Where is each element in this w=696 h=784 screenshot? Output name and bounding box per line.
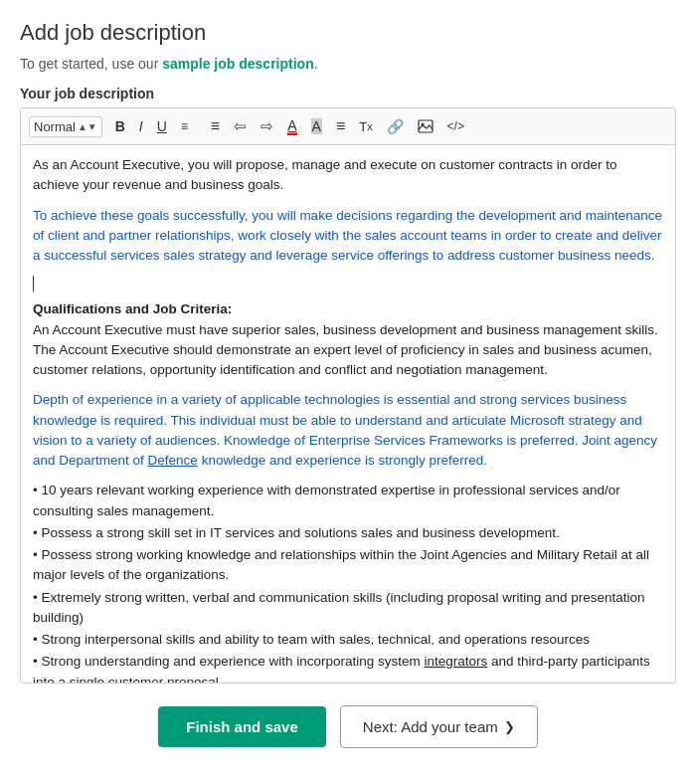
list-item: Possess a strong skill set in IT service… xyxy=(33,523,663,543)
page-title: Add job description xyxy=(20,20,676,46)
subtitle: To get started, use our sample job descr… xyxy=(20,56,676,72)
unordered-list-button[interactable]: ≡ xyxy=(206,114,225,138)
next-button-label: Next: Add your team xyxy=(363,718,498,735)
editor-container: Normal ▲▼ B I U ≡ ≡ ⇦ ⇨ A A ≡ Tx 🔗 </> A… xyxy=(20,107,676,684)
bold-button[interactable]: B xyxy=(110,115,130,137)
font-color-button[interactable]: A xyxy=(282,114,301,138)
link-button[interactable]: 🔗 xyxy=(382,115,409,137)
finish-save-button[interactable]: Finish and save xyxy=(158,706,326,747)
image-button[interactable] xyxy=(413,116,438,136)
toolbar: Normal ▲▼ B I U ≡ ≡ ⇦ ⇨ A A ≡ Tx 🔗 </> xyxy=(21,108,675,145)
paragraph-3: Qualifications and Job Criteria: An Acco… xyxy=(33,299,663,380)
code-button[interactable]: </> xyxy=(442,116,469,136)
indent-less-button[interactable]: ⇦ xyxy=(229,114,252,138)
clear-format-button[interactable]: Tx xyxy=(354,116,377,137)
paragraph-1: As an Account Executive, you will propos… xyxy=(33,155,663,196)
footer-buttons: Finish and save Next: Add your team ❯ xyxy=(20,705,676,748)
paragraph-4: Depth of experience in a variety of appl… xyxy=(33,390,663,471)
style-select-arrow: ▲▼ xyxy=(78,121,97,132)
list-item: 10 years relevant working experience wit… xyxy=(33,481,663,521)
bullet-list: 10 years relevant working experience wit… xyxy=(33,481,663,683)
editor-body[interactable]: As an Account Executive, you will propos… xyxy=(21,145,675,683)
subtitle-suffix: . xyxy=(314,56,318,72)
chevron-right-icon: ❯ xyxy=(504,719,515,734)
underline-button[interactable]: U xyxy=(152,115,172,137)
list-item: Strong interpersonal skills and ability … xyxy=(33,630,663,650)
next-button[interactable]: Next: Add your team ❯ xyxy=(340,705,538,748)
style-select-label: Normal xyxy=(34,119,76,134)
svg-text:≡: ≡ xyxy=(181,119,188,133)
list-item: Possess strong working knowledge and rel… xyxy=(33,545,663,586)
italic-button[interactable]: I xyxy=(134,115,148,137)
subtitle-prefix: To get started, use our xyxy=(20,56,162,72)
paragraph-2: To achieve these goals successfully, you… xyxy=(33,206,663,267)
align-button[interactable]: ≡ xyxy=(331,114,350,138)
section-label: Your job description xyxy=(20,86,676,101)
indent-more-button[interactable]: ⇨ xyxy=(256,114,278,138)
list-item: Strong understanding and experience with… xyxy=(33,652,663,683)
list-item: Extremely strong written, verbal and com… xyxy=(33,588,663,629)
font-highlight-button[interactable]: A xyxy=(306,115,327,137)
cursor xyxy=(33,276,663,292)
ordered-list-button[interactable]: ≡ xyxy=(176,116,202,136)
style-select[interactable]: Normal ▲▼ xyxy=(29,116,102,137)
sample-job-description-link[interactable]: sample job description xyxy=(162,56,313,72)
